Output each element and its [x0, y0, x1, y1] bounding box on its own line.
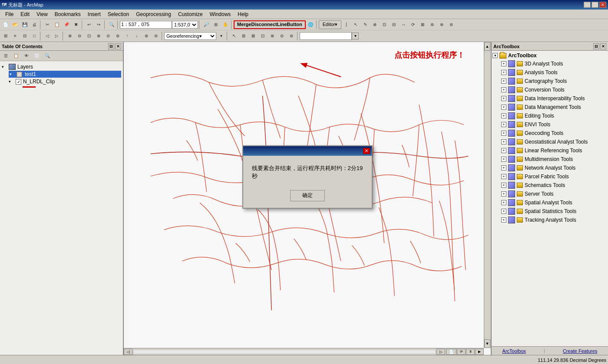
tb2-4[interactable]: □ [30, 31, 39, 41]
tb2-1[interactable]: ⊞ [1, 31, 10, 41]
schematics-expand[interactable]: + [501, 183, 506, 188]
tool-3d-analyst[interactable]: + 3D Analyst Tools [492, 59, 607, 68]
conversion-expand[interactable]: + [501, 87, 506, 92]
tool7[interactable]: ↔ [399, 20, 408, 30]
menu-file[interactable]: File [2, 10, 17, 18]
tool12[interactable]: ⊜ [446, 20, 456, 30]
tool5[interactable]: ⊡ [380, 20, 389, 30]
toc-close-btn[interactable]: ✕ [115, 43, 121, 49]
tool10[interactable]: ⊚ [427, 20, 437, 30]
globe-btn[interactable]: 🌐 [306, 20, 315, 30]
tb2-5[interactable]: ◁ [43, 31, 52, 41]
tb2-11[interactable]: ⊘ [103, 31, 113, 41]
pause-btn[interactable]: ⏸ [466, 349, 475, 355]
network-expand[interactable]: + [501, 165, 506, 171]
tb2-20[interactable]: ⊠ [248, 31, 258, 41]
tracking-expand[interactable]: + [501, 217, 506, 223]
tb2-10[interactable]: ⊗ [94, 31, 103, 41]
save-btn[interactable]: 💾 [20, 20, 30, 30]
tool8[interactable]: ⟳ [408, 20, 418, 30]
toc-test1-item[interactable]: ▾ ✓ test1 [9, 71, 121, 78]
dialog-close-button[interactable]: ✕ [363, 148, 370, 154]
multidim-expand[interactable]: + [501, 157, 506, 162]
map-area[interactable]: 点击按钮执行程序！ ◁ ▷ 📄 ⟳ ⏸ ▶ ▲ ▼ [124, 42, 491, 355]
tool-parcel-fabric[interactable]: + Parcel Fabric Tools [492, 172, 607, 181]
scroll-down-btn[interactable]: ▼ [484, 339, 490, 348]
toolbox-float-btn[interactable]: ⊟ [593, 43, 599, 49]
toc-vis-btn[interactable]: 👁 [22, 51, 31, 61]
tool-server[interactable]: + Server Tools [492, 190, 607, 198]
play-btn[interactable]: ▶ [475, 349, 484, 355]
tb2-23[interactable]: ⊘ [277, 31, 287, 41]
tool2[interactable]: ↖ [351, 20, 360, 30]
interop-expand[interactable]: + [501, 96, 506, 101]
toolbox-tab-arctoolbox[interactable]: ArcToolbox [499, 348, 529, 354]
delete-btn[interactable]: ✖ [71, 20, 81, 30]
georef-dropdown[interactable]: Georeferencing▾ [164, 32, 216, 40]
envi-expand[interactable]: + [501, 122, 506, 127]
tool-network-analyst[interactable]: + Network Analyst Tools [492, 164, 607, 172]
geostat-expand[interactable]: + [501, 139, 506, 144]
toc-source-btn[interactable]: 📋 [11, 51, 21, 61]
tb2-16[interactable]: ⊜ [151, 31, 161, 41]
scroll-up-btn[interactable]: ▲ [484, 42, 490, 51]
refresh-btn[interactable]: ⟳ [457, 349, 466, 355]
tool-spatial-analyst[interactable]: + Spatial Analyst Tools [492, 198, 607, 207]
tb2-17[interactable]: ▾ [216, 31, 226, 41]
tb2-12[interactable]: ⊚ [113, 31, 122, 41]
tb2-6[interactable]: ▷ [52, 31, 62, 41]
menu-geoprocessing[interactable]: Geoprocessing [132, 10, 175, 18]
toolbox-tab-create-features[interactable]: Create Features [559, 348, 601, 354]
menu-edit[interactable]: Edit [17, 10, 33, 18]
menu-view[interactable]: View [33, 10, 51, 18]
tb2-22[interactable]: ⊗ [268, 31, 277, 41]
tool-spatial-stats[interactable]: + Spatial Statistics Tools [492, 207, 607, 216]
tool-editing[interactable]: + Editing Tools [492, 111, 607, 120]
new-btn[interactable]: 📄 [1, 20, 10, 30]
root-expand-icon[interactable]: ▾ [492, 53, 498, 58]
nclip-expander[interactable]: ▾ [9, 79, 14, 84]
toc-sel-btn[interactable]: ⬜ [32, 51, 42, 61]
tool3[interactable]: ✎ [360, 20, 370, 30]
scale-dropdown[interactable]: 1:537,075 [172, 21, 198, 29]
cut-btn[interactable]: ✂ [43, 20, 52, 30]
tool-geostatistical[interactable]: + Geostatistical Analyst Tools [492, 138, 607, 146]
coord-input[interactable] [120, 21, 172, 29]
test1-checkbox[interactable]: ✓ [17, 72, 22, 77]
server-expand[interactable]: + [501, 191, 506, 197]
spatialstats-expand[interactable]: + [501, 209, 506, 214]
tool-schematics[interactable]: + Schematics Tools [492, 181, 607, 190]
map-scrollbar-vertical[interactable]: ▲ ▼ [484, 42, 491, 348]
analysis-expand[interactable]: + [501, 70, 506, 75]
menu-help[interactable]: Help [234, 10, 252, 18]
tb2-18[interactable]: ↖ [229, 31, 239, 41]
undo-btn[interactable]: ↩ [84, 20, 94, 30]
menu-insert[interactable]: Insert [84, 10, 104, 18]
tool-geocoding[interactable]: + Geocoding Tools [492, 129, 607, 138]
redo-btn[interactable]: ↪ [94, 20, 103, 30]
tool-multidimension[interactable]: + Multidimension Tools [492, 155, 607, 164]
tb2-2[interactable]: ≡ [10, 31, 20, 41]
toc-float-btn[interactable]: ⊟ [108, 43, 114, 49]
menu-selection[interactable]: Selection [104, 10, 132, 18]
tool11[interactable]: ⊛ [437, 20, 446, 30]
merge-disconnect-line-button[interactable]: MergeDisconnectLineButton [234, 20, 306, 29]
toc-search-btn[interactable]: 🔍 [43, 51, 52, 61]
menu-windows[interactable]: Windows [206, 10, 235, 18]
tool9[interactable]: ⊠ [418, 20, 427, 30]
tool-conversion[interactable]: + Conversion Tools [492, 85, 607, 94]
tb2-14[interactable]: ↓ [132, 31, 142, 41]
tool-data-mgmt[interactable]: + Data Management Tools [492, 103, 607, 111]
copy-btn[interactable]: 📋 [52, 20, 62, 30]
maximize-button[interactable]: □ [591, 2, 598, 8]
open-btn[interactable]: 📂 [10, 20, 20, 30]
scroll-right-btn[interactable]: ▷ [436, 349, 445, 355]
tool6[interactable]: ⊟ [389, 20, 399, 30]
print-btn[interactable]: 🖨 [30, 20, 39, 30]
pan-btn[interactable]: ✋ [221, 20, 230, 30]
tool4[interactable]: ⊕ [370, 20, 380, 30]
tool-cartography[interactable]: + Cartography Tools [492, 77, 607, 85]
tool-data-interop[interactable]: + Data Interoperability Tools [492, 94, 607, 103]
tool-linear-ref[interactable]: + Linear Referencing Tools [492, 146, 607, 155]
tb2-24[interactable]: ⊚ [287, 31, 296, 41]
